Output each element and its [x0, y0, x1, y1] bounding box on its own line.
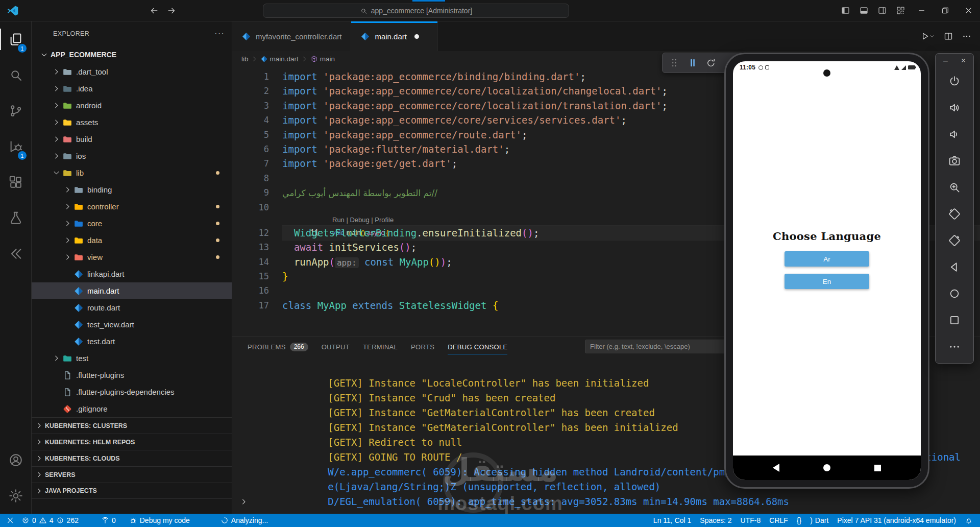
language-en-button[interactable]: En — [785, 274, 869, 289]
tree-item[interactable]: core — [32, 215, 232, 232]
tree-item[interactable]: android — [32, 97, 232, 114]
sidebar-section-header[interactable]: KUBERNETES: CLOUDS — [32, 450, 232, 466]
history-back-icon[interactable] — [149, 6, 159, 16]
menu-item[interactable] — [49, 0, 60, 21]
remote-indicator[interactable] — [6, 516, 14, 524]
project-root-row[interactable]: APP_ECOMMERCE — [32, 46, 232, 63]
tree-item[interactable]: linkapi.dart — [32, 266, 232, 282]
tree-item[interactable]: test_view.dart — [32, 316, 232, 333]
android-back-icon[interactable] — [773, 464, 779, 472]
emulator-control[interactable] — [936, 94, 973, 121]
breadcrumb-item[interactable]: lib — [241, 55, 249, 63]
tree-item[interactable]: lib — [32, 164, 232, 181]
emulator-control[interactable] — [936, 227, 973, 254]
panel-tab[interactable]: PROBLEMS 266 — [248, 337, 308, 357]
ports-status[interactable]: 0 — [101, 516, 116, 524]
run-file-button[interactable] — [920, 31, 935, 41]
tree-item[interactable]: route.dart — [32, 299, 232, 316]
toggle-panel-icon[interactable] — [854, 0, 873, 21]
window-close-button[interactable] — [957, 0, 980, 21]
emulator-control[interactable] — [936, 121, 973, 148]
activity-bar-item[interactable]: 1 — [0, 129, 31, 164]
sidebar-section-header[interactable]: KUBERNETES: CLUSTERS — [32, 417, 232, 434]
tree-item[interactable]: binding — [32, 181, 232, 198]
android-home-icon[interactable] — [823, 464, 830, 471]
emulator-minimize-button[interactable]: – — [943, 56, 948, 65]
editor-tab[interactable]: myfavorite_controller.dart — [232, 21, 351, 51]
tree-item[interactable]: .idea — [32, 80, 232, 97]
tree-item[interactable]: .dart_tool — [32, 63, 232, 80]
sidebar-section-header[interactable]: SERVERS — [32, 466, 232, 483]
emulator-control[interactable] — [936, 254, 973, 280]
menu-item[interactable] — [38, 0, 49, 21]
emulator-control[interactable] — [936, 174, 973, 201]
android-overview-icon[interactable] — [874, 465, 881, 471]
eol-sequence[interactable]: CRLF — [769, 516, 788, 524]
window-restore-button[interactable] — [933, 0, 957, 21]
command-center-search[interactable]: app_ecommerce [Administrator] — [263, 4, 569, 18]
split-editor-icon[interactable] — [943, 31, 953, 41]
toggle-sidebar-icon[interactable] — [836, 0, 854, 21]
notifications-bell[interactable] — [965, 516, 973, 524]
activity-bar-item[interactable] — [0, 164, 31, 200]
activity-bar-item[interactable] — [0, 57, 31, 93]
tree-item[interactable]: data — [32, 232, 232, 249]
restart-icon[interactable] — [705, 57, 717, 68]
menu-item[interactable] — [71, 0, 83, 21]
panel-tab[interactable]: DEBUG CONSOLE — [448, 337, 507, 357]
language-mode[interactable]: ) Dart — [810, 516, 828, 524]
tree-item[interactable]: .flutter-plugins-dependencies — [32, 384, 232, 400]
cursor-position[interactable]: Ln 11, Col 1 — [653, 516, 691, 524]
customize-layout-icon[interactable] — [891, 0, 910, 21]
emulator-control[interactable] — [936, 148, 973, 174]
device-selector[interactable]: Pixel 7 API 31 (android-x64 emulator) — [837, 516, 956, 524]
tree-item[interactable]: .flutter-plugins — [32, 367, 232, 384]
emulator-control[interactable] — [936, 280, 973, 307]
activity-bar-item[interactable] — [0, 442, 31, 478]
drag-handle-icon[interactable] — [669, 57, 680, 68]
sidebar-section-header[interactable]: KUBERNETES: HELM REPOS — [32, 434, 232, 450]
menu-item[interactable] — [83, 0, 94, 21]
history-forward-icon[interactable] — [166, 6, 177, 16]
language-ar-button[interactable]: Ar — [785, 251, 869, 267]
activity-bar-item[interactable] — [0, 93, 31, 129]
analyzing-status[interactable]: Analyzing... — [220, 516, 268, 524]
panel-tab[interactable]: PORTS — [411, 337, 434, 357]
menu-item[interactable] — [27, 0, 38, 21]
breadcrumb-item[interactable]: main.dart — [270, 55, 299, 63]
activity-bar-item[interactable] — [0, 200, 31, 236]
tree-item[interactable]: ios — [32, 148, 232, 164]
window-minimize-button[interactable] — [910, 0, 933, 21]
editor-more-icon[interactable] — [962, 31, 972, 41]
tree-item[interactable]: controller — [32, 198, 232, 215]
encoding[interactable]: UTF-8 — [741, 516, 761, 524]
menu-item[interactable] — [94, 0, 105, 21]
emulator-control[interactable] — [936, 333, 973, 360]
toggle-secondary-sidebar-icon[interactable] — [873, 0, 891, 21]
indentation[interactable]: Spaces: 2 — [700, 516, 731, 524]
tree-item[interactable]: test — [32, 350, 232, 367]
pause-icon[interactable] — [687, 57, 698, 68]
editor-tab[interactable]: main.dart — [351, 21, 438, 51]
tree-item[interactable]: assets — [32, 114, 232, 131]
emulator-control[interactable] — [936, 68, 973, 94]
menu-item[interactable] — [60, 0, 71, 21]
console-filter-input[interactable] — [585, 340, 729, 353]
emulator-close-button[interactable]: × — [961, 56, 966, 65]
panel-tab[interactable]: TERMINAL — [363, 337, 398, 357]
problems-status[interactable]: 0 4 262 — [21, 516, 79, 524]
tree-item[interactable]: test.dart — [32, 333, 232, 350]
emulator-control[interactable] — [936, 307, 973, 333]
breadcrumb-item[interactable]: main — [320, 55, 335, 63]
tree-item[interactable]: main.dart — [32, 282, 232, 299]
panel-tab[interactable]: OUTPUT — [322, 337, 350, 357]
sidebar-section-header[interactable]: JAVA PROJECTS — [32, 483, 232, 499]
tree-item[interactable]: build — [32, 131, 232, 148]
activity-bar-item[interactable] — [0, 236, 31, 272]
tree-item[interactable]: view — [32, 249, 232, 266]
activity-bar-item[interactable] — [0, 478, 31, 514]
tree-item[interactable]: .gitignore — [32, 400, 232, 417]
bracket-status[interactable]: {} — [797, 516, 801, 524]
activity-bar-item[interactable]: 1 — [0, 21, 31, 57]
emulator-control[interactable] — [936, 201, 973, 227]
